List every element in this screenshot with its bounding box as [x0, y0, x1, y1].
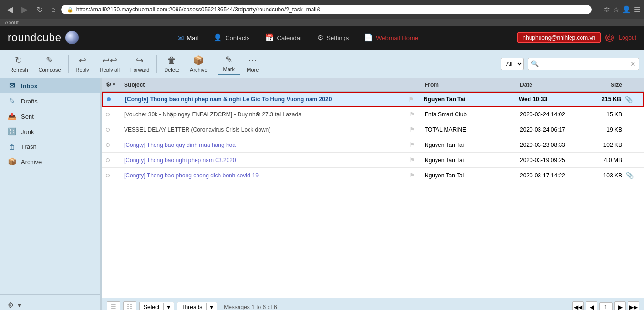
archive-button[interactable]: 📦 Archive — [185, 52, 212, 75]
next-page-btn[interactable]: ▶ — [614, 301, 626, 310]
search-input[interactable] — [541, 59, 627, 69]
email-row[interactable]: [Congty] Thong bao phong chong dich benh… — [102, 168, 644, 183]
refresh-button[interactable]: ↻ Refresh — [5, 52, 33, 75]
read-dot-6 — [106, 174, 110, 177]
email-row[interactable]: [Congty] Thong bao nghi phep nam 03.2020… — [102, 153, 644, 168]
row-check-3 — [106, 128, 120, 132]
drafts-icon: ✎ — [8, 97, 16, 105]
sidebar-item-trash[interactable]: 🗑 Trash — [0, 139, 100, 154]
email-list-pane: ⚙ ▼ Subject From Date Size [Congty] Th — [102, 78, 644, 310]
col-date-header[interactable]: Date — [516, 82, 588, 88]
row-size-5: 4.0 MB — [588, 157, 626, 164]
sidebar-item-drafts[interactable]: ✎ Drafts — [0, 93, 100, 109]
search-clear-btn[interactable]: ✕ — [627, 58, 639, 70]
email-row[interactable]: [Voucher 30k - Nhập ngay ENFALZDCRM] - D… — [102, 107, 644, 122]
header-gear-icon[interactable]: ⚙ — [106, 81, 112, 88]
more-button[interactable]: ⋯ More — [241, 52, 264, 75]
inbox-icon: ✉ — [8, 82, 16, 90]
browser-home-btn[interactable]: ⌂ — [48, 4, 59, 15]
row-flag-2[interactable]: ⚑ — [409, 111, 421, 118]
filter-select[interactable]: All — [501, 58, 524, 70]
select-dropdown[interactable]: Select ▼ — [139, 302, 174, 310]
row-from-1: Nguyen Tan Tai — [420, 96, 515, 103]
row-subject-2: [Voucher 30k - Nhập ngay ENFALZDCRM] - D… — [120, 111, 409, 118]
mark-label: Mark — [223, 66, 235, 72]
header-nav: ✉ Mail 👤 Contacts 📅 Calendar ⚙ Settings … — [174, 31, 422, 44]
archive-label: Archive — [21, 158, 42, 165]
about-link[interactable]: About — [5, 20, 19, 25]
row-flag-3[interactable]: ⚑ — [409, 126, 421, 133]
messages-info: Messages 1 to 6 of 6 — [224, 304, 277, 310]
refresh-label: Refresh — [10, 67, 28, 72]
reply-label: Reply — [76, 67, 89, 72]
col-from-header[interactable]: From — [421, 82, 516, 88]
sidebar-item-junk[interactable]: 🔢 Junk — [0, 124, 100, 139]
row-flag-1[interactable]: ⚑ — [408, 96, 420, 103]
delete-button[interactable]: 🗑 Delete — [159, 53, 184, 75]
row-flag-5[interactable]: ⚑ — [409, 156, 421, 164]
row-flag-4[interactable]: ⚑ — [409, 141, 421, 148]
profile-icon[interactable]: 👤 — [622, 5, 631, 14]
email-row[interactable]: [Congty] Thong bao quy dinh mua hang hoa… — [102, 137, 644, 153]
browser-back-btn[interactable]: ◀ — [4, 3, 16, 16]
sidebar-item-archive[interactable]: 📦 Archive — [0, 154, 100, 169]
nav-contacts[interactable]: 👤 Contacts — [209, 31, 253, 44]
toolbar: ↻ Refresh ✎ Compose ↩ Reply ↩↩ Reply all… — [0, 50, 644, 78]
email-row[interactable]: [Congty] Thong bao nghi phep nam & nghi … — [102, 92, 644, 107]
nav-settings[interactable]: ⚙ Settings — [313, 31, 353, 44]
row-flag-6[interactable]: ⚑ — [409, 172, 421, 179]
browser-refresh-btn[interactable]: ↻ — [33, 4, 46, 16]
nav-mail[interactable]: ✉ Mail — [174, 31, 202, 44]
address-bar[interactable]: 🔒 https://mail92150.maychuemail.com:2096… — [61, 5, 592, 14]
subject-col-label: Subject — [124, 82, 145, 88]
browser-chrome: ◀ ▶ ↻ ⌂ 🔒 https://mail92150.maychuemail.… — [0, 0, 644, 19]
extensions-icon[interactable]: ☰ — [634, 5, 640, 14]
last-page-btn[interactable]: ▶▶ — [628, 301, 639, 310]
logout-btn[interactable]: Logout — [619, 34, 636, 41]
threads-dropdown[interactable]: Threads ▼ — [177, 302, 217, 310]
forward-button[interactable]: ↪ Forward — [125, 52, 154, 75]
row-attach-1: 📎 — [625, 96, 639, 103]
page-input[interactable] — [599, 302, 613, 310]
nav-contacts-label: Contacts — [225, 34, 249, 41]
col-check: ⚙ ▼ — [106, 81, 120, 88]
nav-webmail[interactable]: 📄 Webmail Home — [360, 31, 422, 44]
col-subject-header[interactable]: Subject — [120, 82, 409, 88]
select-arrow[interactable]: ▼ — [163, 303, 174, 310]
compose-button[interactable]: ✎ Compose — [34, 52, 66, 75]
nav-calendar[interactable]: 📅 Calendar — [261, 31, 306, 44]
about-bar: About — [0, 19, 644, 26]
unread-dot-1 — [107, 97, 111, 101]
row-date-1: Wed 10:33 — [515, 96, 587, 103]
sidebar-nav: ✉ Inbox ✎ Drafts 📤 Sent 🔢 Junk 🗑 Trash 📦 — [0, 78, 100, 294]
user-email-badge: nhuphuong@nhihiep.com.vn — [517, 32, 601, 43]
browser-forward-btn[interactable]: ▶ — [19, 3, 31, 16]
row-check-2 — [106, 113, 120, 116]
reply-all-button[interactable]: ↩↩ Reply all — [95, 52, 125, 75]
more-dots-icon[interactable]: ⋯ — [594, 5, 601, 14]
email-row[interactable]: VESSEL DELAY LETTER (Coronavirus Crisis … — [102, 122, 644, 137]
reply-button[interactable]: ↩ Reply — [71, 52, 94, 75]
header-sort-arrow[interactable]: ▼ — [112, 82, 116, 87]
list-view-btn[interactable]: ☰ — [107, 301, 120, 310]
forward-icon: ↪ — [136, 55, 144, 66]
first-page-btn[interactable]: ◀◀ — [572, 301, 584, 310]
threads-arrow[interactable]: ▼ — [206, 303, 217, 310]
thread-view-btn[interactable]: ☷ — [123, 301, 136, 310]
mark-button[interactable]: ✎ Mark — [218, 52, 240, 75]
star-icon[interactable]: ☆ — [613, 5, 619, 14]
nav-mail-label: Mail — [187, 34, 198, 41]
archive-label: Archive — [190, 67, 208, 72]
sidebar-item-sent[interactable]: 📤 Sent — [0, 109, 100, 124]
power-icon: ⏻ — [605, 33, 614, 42]
sidebar-settings-btn[interactable]: ⚙ ▼ — [4, 299, 96, 310]
row-from-2: Enfa Smart Club — [421, 111, 516, 118]
sidebar-item-inbox[interactable]: ✉ Inbox — [0, 78, 100, 93]
nav-webmail-label: Webmail Home — [376, 34, 418, 41]
delete-label: Delete — [164, 67, 179, 72]
toolbar-sep-1 — [68, 55, 69, 73]
row-date-3: 2020-03-24 06:17 — [516, 126, 588, 133]
prev-page-btn[interactable]: ◀ — [586, 301, 597, 310]
pocket-icon[interactable]: ✲ — [604, 5, 610, 14]
col-size-header[interactable]: Size — [588, 82, 626, 88]
